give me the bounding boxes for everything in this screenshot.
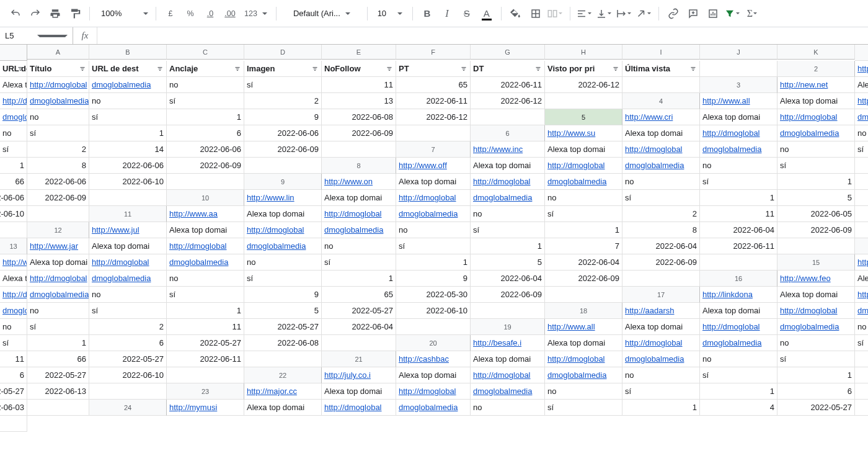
- row-header[interactable]: 5: [545, 109, 622, 125]
- nofollow-cell[interactable]: sí: [471, 222, 545, 238]
- anchor-cell[interactable]: dmoglobalmedia: [471, 190, 545, 206]
- filter-icon[interactable]: [533, 64, 543, 74]
- anchor-cell[interactable]: dmoglobalmedia: [27, 93, 89, 109]
- empty-cell[interactable]: [855, 222, 868, 238]
- url-backlink-cell[interactable]: http://cashbac: [396, 351, 471, 367]
- first-seen-cell[interactable]: 2022-06-04: [700, 222, 777, 238]
- text-rotation-button[interactable]: [635, 5, 653, 22]
- first-seen-cell[interactable]: 2022-06-06: [167, 141, 244, 158]
- image-cell[interactable]: no: [855, 125, 868, 141]
- first-seen-cell[interactable]: 2022-06-11: [396, 93, 471, 109]
- dt-cell[interactable]: 4: [700, 400, 777, 416]
- row-header[interactable]: 10: [167, 190, 244, 206]
- url-backlink-cell[interactable]: http://linkdona: [700, 287, 777, 303]
- column-header[interactable]: B: [89, 45, 167, 60]
- nofollow-cell[interactable]: sí: [545, 400, 622, 416]
- anchor-cell[interactable]: dmoglobalmedia: [777, 319, 855, 335]
- dt-cell[interactable]: 65: [322, 287, 396, 303]
- image-cell[interactable]: no: [0, 319, 27, 335]
- dt-cell[interactable]: 14: [89, 141, 167, 158]
- first-seen-cell[interactable]: 2022-06-04: [545, 254, 622, 271]
- nofollow-cell[interactable]: sí: [622, 190, 700, 206]
- nofollow-cell[interactable]: sí: [244, 271, 322, 287]
- url-backlink-cell[interactable]: http://www.cri: [622, 109, 700, 125]
- first-seen-cell[interactable]: 2022-06-05: [855, 190, 868, 206]
- nofollow-cell[interactable]: sí: [622, 383, 700, 400]
- last-seen-cell[interactable]: 2022-06-13: [27, 383, 89, 400]
- anchor-cell[interactable]: dmoglobalmedia: [545, 367, 622, 383]
- image-cell[interactable]: no: [622, 174, 700, 190]
- title-cell[interactable]: Alexa top domai: [322, 383, 396, 400]
- empty-cell[interactable]: [777, 238, 855, 254]
- image-cell[interactable]: no: [545, 190, 622, 206]
- empty-cell[interactable]: [27, 206, 89, 222]
- title-cell[interactable]: Alexa top domai: [0, 271, 27, 287]
- dt-cell[interactable]: 6: [855, 174, 868, 190]
- dt-cell[interactable]: 5: [244, 303, 322, 319]
- dt-cell[interactable]: 11: [700, 206, 777, 222]
- title-cell[interactable]: Alexa top domai: [622, 125, 700, 141]
- first-seen-cell[interactable]: 2022-06-06: [244, 125, 322, 141]
- row-header[interactable]: 7: [396, 141, 471, 158]
- title-cell[interactable]: Alexa top domai: [777, 93, 855, 109]
- currency-button[interactable]: £: [161, 5, 180, 22]
- nofollow-cell[interactable]: sí: [89, 303, 167, 319]
- url-backlink-cell[interactable]: http://www.all: [545, 319, 622, 335]
- column-header[interactable]: G: [471, 45, 545, 60]
- image-cell[interactable]: no: [0, 125, 27, 141]
- filter-icon[interactable]: [611, 64, 621, 74]
- last-seen-cell[interactable]: 2022-06-09: [855, 206, 868, 222]
- empty-cell[interactable]: [322, 141, 396, 158]
- pt-cell[interactable]: 2: [27, 141, 89, 158]
- empty-cell[interactable]: [322, 335, 396, 351]
- first-seen-cell[interactable]: 2022-06-05: [777, 206, 855, 222]
- last-seen-cell[interactable]: 2022-06-11: [167, 351, 244, 367]
- url-backlink-cell[interactable]: http://www.aa: [167, 206, 244, 222]
- table-header-cell[interactable]: Anclaje: [167, 61, 244, 77]
- empty-cell[interactable]: [700, 254, 777, 271]
- anchor-cell[interactable]: dmoglobalmedia: [471, 383, 545, 400]
- first-seen-cell[interactable]: 2022-06-06: [0, 190, 27, 206]
- title-cell[interactable]: Alexa top domai: [700, 303, 777, 319]
- pt-cell[interactable]: 1: [622, 400, 700, 416]
- title-cell[interactable]: Alexa top domai: [471, 351, 545, 367]
- merge-cells-button[interactable]: [546, 5, 565, 22]
- url-backlink-cell[interactable]: http://www.su: [545, 125, 622, 141]
- last-seen-cell[interactable]: 2022-06-02: [855, 400, 868, 416]
- url-dest-cell[interactable]: http://dmoglobal: [855, 287, 868, 303]
- url-dest-cell[interactable]: http://dmoglobal: [622, 335, 700, 351]
- image-cell[interactable]: no: [700, 158, 777, 174]
- filter-icon[interactable]: [459, 64, 469, 74]
- empty-cell[interactable]: [396, 319, 471, 335]
- image-cell[interactable]: no: [471, 400, 545, 416]
- row-header[interactable]: 19: [471, 319, 545, 335]
- pt-cell[interactable]: 1: [855, 351, 868, 367]
- anchor-cell[interactable]: dmoglobalmedia: [622, 351, 700, 367]
- pt-cell[interactable]: 11: [322, 77, 396, 93]
- filter-icon[interactable]: [16, 64, 25, 74]
- pt-cell[interactable]: 1: [167, 109, 244, 125]
- url-dest-cell[interactable]: http://dmoglobal: [27, 271, 89, 287]
- nofollow-cell[interactable]: sí: [89, 109, 167, 125]
- url-backlink-cell[interactable]: http://www.inc: [471, 141, 545, 158]
- title-cell[interactable]: Alexa top domai: [622, 319, 700, 335]
- pt-cell[interactable]: 1: [777, 174, 855, 190]
- filter-icon[interactable]: [232, 64, 242, 74]
- first-seen-cell[interactable]: 2022-06-04: [622, 238, 700, 254]
- nofollow-cell[interactable]: sí: [855, 335, 868, 351]
- pt-cell[interactable]: 1: [167, 303, 244, 319]
- nofollow-cell[interactable]: sí: [0, 141, 27, 158]
- empty-cell[interactable]: [396, 125, 471, 141]
- spreadsheet-grid[interactable]: ABCDEFGHIJK1URL del bTítuloURL de destAn…: [0, 45, 868, 432]
- nofollow-cell[interactable]: sí: [0, 335, 27, 351]
- text-wrap-button[interactable]: [615, 5, 634, 22]
- row-header[interactable]: 16: [700, 271, 777, 287]
- image-cell[interactable]: no: [322, 238, 396, 254]
- dt-cell[interactable]: 9: [244, 109, 322, 125]
- pt-cell[interactable]: 1: [89, 125, 167, 141]
- pt-cell[interactable]: 9: [244, 287, 322, 303]
- last-seen-cell[interactable]: 2022-06-09: [622, 254, 700, 271]
- url-dest-cell[interactable]: http://dmoglobal: [545, 158, 622, 174]
- image-cell[interactable]: no: [855, 319, 868, 335]
- image-cell[interactable]: no: [89, 287, 167, 303]
